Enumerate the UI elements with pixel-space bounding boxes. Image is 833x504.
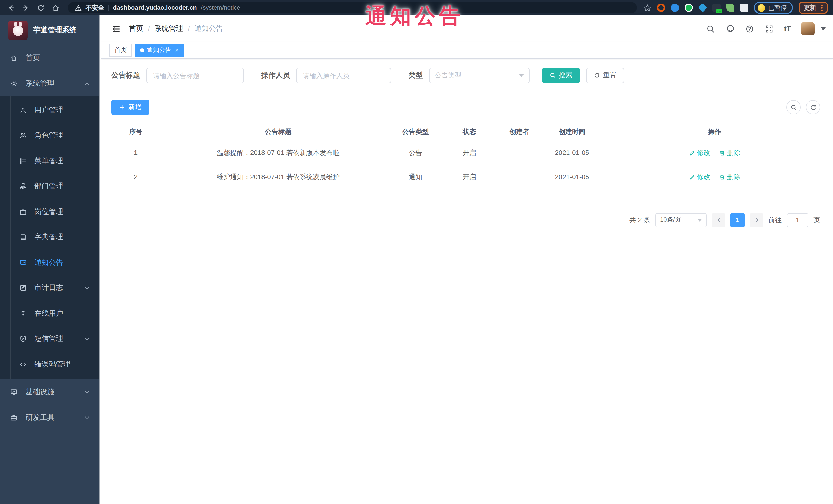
col-actions: 操作 [609,123,820,141]
sidebar-item-post-mgmt[interactable]: 岗位管理 [0,199,99,224]
page-size-select[interactable]: 10条/页 [656,213,707,227]
sidebar-item-role-mgmt[interactable]: 角色管理 [0,123,99,148]
security-warning-label[interactable]: 不安全 [86,3,104,12]
sidebar-item-dict-mgmt[interactable]: 字典管理 [0,224,99,250]
back-icon[interactable] [5,2,17,13]
cell-type: 通知 [396,165,435,189]
chevron-down-icon [84,336,90,342]
sidebar-item-label: 通知公告 [34,258,63,267]
delete-link[interactable]: 删除 [719,172,740,182]
cell-no: 1 [111,141,160,165]
reload-icon[interactable] [35,2,46,13]
url-path: /system/notice [201,4,240,11]
home-icon[interactable] [50,2,61,13]
sidebar-item-error-code[interactable]: 错误码管理 [0,352,99,377]
sidebar-item-menu-mgmt[interactable]: 菜单管理 [0,148,99,174]
address-bar[interactable]: 不安全 dashboard.yudao.iocoder.cn /system/n… [68,2,637,13]
sidebar-item-label: 在线用户 [34,309,63,318]
cell-actions: 修改 删除 [609,141,820,165]
notice-type-select[interactable]: 公告类型 [429,68,530,83]
breadcrumb-system[interactable]: 系统管理 [154,24,183,33]
extension-icon[interactable]: on [712,4,721,12]
extension-icon[interactable] [657,4,665,12]
sidebar-item-online-users[interactable]: 在线用户 [0,301,99,326]
user-icon [20,107,27,114]
browser-menu-icon[interactable] [821,4,823,11]
sidebar-item-devtools[interactable]: 研发工具 [0,405,99,430]
app-logo-row[interactable]: 芋道管理系统 [0,16,99,45]
extension-icon[interactable] [726,4,735,12]
extension-icon[interactable] [685,4,693,12]
reset-button[interactable]: 重置 [586,68,624,83]
help-icon[interactable] [745,24,755,33]
breadcrumb: 首页 / 系统管理 / 通知公告 [129,24,223,33]
operator-input[interactable] [296,68,391,83]
online-user-icon [20,310,27,317]
sidebar-menu-bottom: 基础设施 研发工具 [0,379,99,430]
sidebar-item-infra[interactable]: 基础设施 [0,379,99,405]
tab-notice[interactable]: 通知公告 × [135,43,184,57]
chevron-down-icon [84,285,90,291]
forward-icon[interactable] [20,2,31,13]
active-tab-dot [140,48,144,52]
fullscreen-icon[interactable] [765,24,774,33]
toggle-search-button[interactable] [786,100,801,115]
cell-type: 公告 [396,141,435,165]
sidebar-item-audit-log[interactable]: 审计日志 [0,275,99,301]
breadcrumb-home[interactable]: 首页 [129,24,143,33]
chevron-down-icon [84,389,90,395]
gear-icon [10,80,18,87]
edit-link[interactable]: 修改 [689,172,710,182]
next-page-button[interactable] [750,213,763,227]
extensions-puzzle-icon[interactable] [740,4,748,12]
pagination: 共 2 条 10条/页 1 前往 页 [111,213,820,227]
app-logo [8,21,28,40]
sidebar-menu: 首页 系统管理 [0,45,99,96]
sidebar-item-home[interactable]: 首页 [0,45,99,71]
notice-table: 序号 公告标题 公告类型 状态 创建者 创建时间 操作 1 温馨提醒：2018-… [111,123,820,189]
users-icon [20,132,27,139]
prev-page-button[interactable] [712,213,725,227]
app-header: 首页 / 系统管理 / 通知公告 tT [101,16,833,42]
delete-link[interactable]: 删除 [719,148,740,157]
user-avatar[interactable] [801,22,814,35]
cell-creator [504,141,535,165]
sidebar-item-notice[interactable]: 通知公告 [0,250,99,275]
font-size-icon[interactable]: tT [784,25,791,33]
sidebar-item-label: 字典管理 [34,233,63,242]
col-status: 状态 [435,123,504,141]
col-creator: 创建者 [504,123,535,141]
sidebar-item-system[interactable]: 系统管理 [0,71,99,96]
add-button[interactable]: 新增 [111,100,149,115]
github-icon[interactable] [726,24,735,33]
sidebar-item-sms-mgmt[interactable]: 短信管理 [0,326,99,352]
page-number-button[interactable]: 1 [730,213,745,227]
tab-home[interactable]: 首页 [109,43,132,57]
filter-type-label: 类型 [408,71,423,80]
search-button[interactable]: 搜索 [542,68,580,83]
browser-update-button[interactable]: 更新 [799,2,828,14]
breadcrumb-separator: / [188,25,190,33]
search-icon[interactable] [706,24,715,33]
refresh-button[interactable] [806,100,820,115]
breadcrumb-current: 通知公告 [194,24,223,33]
sidebar-item-label: 部门管理 [34,182,63,191]
sidebar-item-user-mgmt[interactable]: 用户管理 [0,97,99,123]
extension-icon[interactable] [671,4,679,12]
table-header-row: 序号 公告标题 公告类型 状态 创建者 创建时间 操作 [111,123,820,141]
tab-label: 通知公告 [147,46,171,54]
extension-icon[interactable] [698,3,707,12]
profile-paused-badge[interactable]: 已暂停 [754,2,793,14]
cell-creator [504,165,535,189]
book-icon [20,234,27,241]
sidebar-toggle-icon[interactable] [108,21,124,37]
emoji-avatar [758,4,765,11]
sidebar-item-label: 首页 [26,53,40,63]
sidebar-item-dept-mgmt[interactable]: 部门管理 [0,174,99,199]
goto-page-input[interactable] [787,213,808,227]
caret-down-icon[interactable] [821,27,826,30]
edit-link[interactable]: 修改 [689,148,710,157]
bookmark-star-icon[interactable] [644,4,651,11]
notice-title-input[interactable] [146,68,244,83]
close-icon[interactable]: × [174,47,178,53]
